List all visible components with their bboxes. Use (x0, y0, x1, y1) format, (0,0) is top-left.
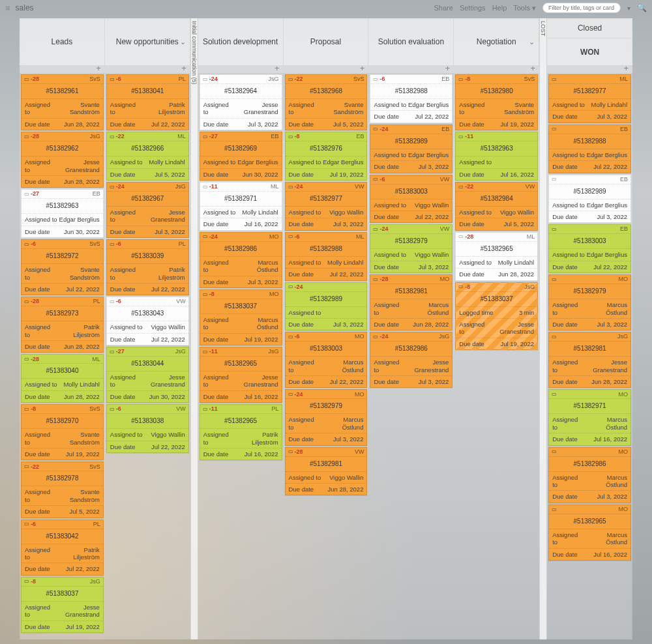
card-id: #51383043 (107, 306, 188, 321)
card[interactable]: ▭-8JsG#51383037Assigned toJesse Granestr… (21, 577, 104, 633)
card[interactable]: ▭ML#51382977Assigned toMolly LindahlDue … (548, 74, 631, 123)
card[interactable]: ▭-24EB#51382989Assigned toEdgar Berglius… (370, 124, 452, 173)
card[interactable]: ▭EB#51382989Assigned toEdgar BergliusDue… (548, 175, 631, 224)
card[interactable]: ▭-28ML#51382965Assigned toMolly LindahlD… (455, 232, 538, 281)
card[interactable]: ▭-6PL#51383039Assigned toPatrik Liljestr… (106, 239, 189, 295)
card[interactable]: ▭-8EB#51382976Assigned toEdgar BergliusD… (285, 132, 368, 181)
card-assigned: Assigned toJesse Granestrand (22, 156, 103, 176)
card[interactable]: ▭-27EB#51382969Assigned toEdgar Berglius… (200, 132, 282, 181)
card[interactable]: ▭-24MO#51382979Assigned toMarcus Östlund… (285, 389, 368, 445)
card[interactable]: ▭-6MO#51383003Assigned toMarcus ÖstlundD… (285, 332, 368, 388)
days-overdue: -24 (379, 226, 388, 233)
card-id: #51382986 (200, 242, 282, 257)
column-header[interactable]: Leads (20, 18, 105, 65)
card[interactable]: ▭-22SvS#51382978Assigned toSvante Sandst… (21, 461, 104, 518)
card[interactable]: ▭-11#51382963Assigned toDue dateJul 16, … (455, 132, 538, 181)
column-header-closed[interactable]: Closed (547, 18, 632, 38)
add-card-button[interactable]: + (547, 65, 632, 73)
card[interactable]: ▭-22ML#51382966Assigned toMolly LindahlD… (106, 132, 189, 181)
card[interactable]: ▭-6ML#51382988Assigned toMolly LindahlDu… (285, 232, 368, 281)
card[interactable]: ▭-6VW#51383003Assigned toViggo WallinDue… (370, 175, 452, 224)
card-id: #51382971 (200, 192, 282, 207)
column-header[interactable]: Solution development (198, 18, 284, 65)
card-due: Due dateJul 19, 2022 (22, 448, 103, 460)
card[interactable]: ▭-27EB#51382963Assigned toEdgar Berglius… (21, 189, 104, 238)
card[interactable]: ▭-6PL#51383042Assigned toPatrik Liljestr… (21, 520, 104, 576)
chevron-down-icon[interactable]: ⌄ (529, 38, 535, 46)
menu-icon[interactable]: ≡ (5, 3, 10, 13)
calendar-icon: ▭ (203, 134, 208, 140)
card[interactable]: ▭-8SvS#51382980Assigned toSvante Sandstr… (455, 74, 538, 130)
card[interactable]: ▭-28SvS#51382961Assigned toSvante Sandst… (21, 74, 104, 130)
filter-input[interactable] (547, 4, 616, 12)
filter-icon[interactable]: ▾ (627, 5, 630, 12)
assignee-initials: MO (355, 391, 364, 398)
card[interactable]: ▭-6VW#51383038Assigned toViggo WallinDue… (106, 404, 189, 453)
card[interactable]: ▭JsG#51382981Assigned toJesse Granestran… (548, 332, 631, 388)
swimlane-initial[interactable]: Initial communication (5) (190, 18, 198, 639)
column-header-won[interactable]: WON (547, 38, 632, 65)
card-id: #51382979 (286, 399, 367, 414)
card[interactable]: ▭-11JsG#51382965Assigned toJesse Granest… (200, 347, 282, 403)
card-due: Due dateJun 28, 2022 (286, 484, 367, 495)
days-overdue: -8 (465, 284, 470, 291)
card[interactable]: ▭-6VW#51383043Assigned toViggo WallinDue… (106, 297, 189, 345)
assignee-initials: ML (92, 356, 100, 363)
card[interactable]: ▭MO#51382979Assigned toMarcus ÖstlundDue… (548, 274, 631, 330)
card-due: Due dateJul 19, 2022 (286, 169, 367, 180)
card[interactable]: ▭-28JsG#51382962Assigned toJesse Granest… (21, 132, 104, 188)
card-assigned: Assigned toMarcus Östlund (200, 314, 282, 334)
tools-link[interactable]: Tools ▾ (513, 4, 536, 12)
card[interactable]: ▭-28MO#51382981Assigned toMarcus Östlund… (370, 274, 452, 330)
add-card-button[interactable]: + (198, 65, 284, 73)
card[interactable]: ▭-28ML#51383040Assigned toMolly LindahlD… (21, 354, 104, 403)
column-header[interactable]: Solution evaluation (368, 18, 454, 65)
card[interactable]: ▭-8SvS#51382970Assigned toSvante Sandstr… (21, 404, 104, 460)
card[interactable]: ▭-24JsG#51382986Assigned toJesse Granest… (370, 332, 452, 388)
settings-link[interactable]: Settings (460, 4, 486, 12)
card[interactable]: ▭EB#51382988Assigned toEdgar BergliusDue… (548, 124, 631, 173)
card[interactable]: ▭-24MO#51382986Assigned toMarcus Östlund… (200, 232, 282, 288)
card[interactable]: ▭-24JsG#51382964Assigned toJesse Granest… (200, 74, 282, 130)
card[interactable]: ▭MO#51382971Assigned toMarcus ÖstlundDue… (548, 389, 631, 445)
help-link[interactable]: Help (492, 4, 507, 12)
card[interactable]: ▭-28VW#51382981Assigned toViggo WallinDu… (285, 447, 368, 496)
search-icon[interactable]: 🔍 (637, 3, 647, 12)
column-header[interactable]: New opportunities⌄ (105, 18, 190, 65)
calendar-icon: ▭ (458, 233, 464, 240)
column-header[interactable]: Proposal (284, 18, 369, 65)
column-header[interactable]: Negotiation⌄ (454, 18, 539, 65)
add-card-button[interactable]: + (105, 65, 190, 73)
card[interactable]: ▭-28PL#51382973Assigned toPatrik Liljest… (21, 297, 104, 353)
add-card-button[interactable]: + (20, 65, 105, 73)
card[interactable]: ▭-22VW#51382984Assigned toViggo WallinDu… (455, 182, 538, 231)
card[interactable]: ▭-8MO#51383037Assigned toMarcus ÖstlundD… (200, 289, 282, 345)
add-card-button[interactable]: + (284, 65, 369, 73)
card[interactable]: ▭MO#51382986Assigned toMarcus ÖstlundDue… (548, 447, 631, 503)
swimlane-lost[interactable]: LOST (539, 18, 547, 639)
add-card-button[interactable]: + (454, 65, 539, 73)
filter-field[interactable] (542, 3, 621, 13)
card[interactable]: ▭-24JsG#51382967Assigned toJesse Granest… (106, 182, 189, 238)
card[interactable]: ▭-24VW#51382977Assigned toViggo WallinDu… (285, 182, 368, 231)
add-card-button[interactable]: + (368, 65, 454, 73)
chevron-down-icon[interactable]: ⌄ (180, 38, 186, 46)
card[interactable]: ▭EB#51383003Assigned toEdgar BergliusDue… (548, 224, 631, 273)
card[interactable]: ▭-24#51382989Assigned toDue dateJul 3, 2… (285, 282, 368, 331)
days-overdue: -28 (31, 133, 39, 140)
card[interactable]: ▭-11ML#51382971Assigned toMolly LindahlD… (200, 182, 282, 231)
card[interactable]: ▭-11PL#51382965Assigned toPatrik Liljest… (200, 404, 282, 460)
card[interactable]: ▭-6EB#51382988Assigned toEdgar BergliusD… (370, 74, 452, 123)
card[interactable]: ▭-24VW#51382979Assigned toViggo WallinDu… (370, 224, 452, 273)
card-id: #51382972 (22, 249, 103, 264)
card[interactable]: ▭-22SvS#51382968Assigned toSvante Sandst… (285, 74, 368, 130)
card[interactable]: ▭-6PL#51383041Assigned toPatrik Liljestr… (106, 74, 189, 130)
card[interactable]: ▭MO#51382965Assigned toMarcus ÖstlundDue… (548, 505, 631, 561)
card[interactable]: ▭-27JsG#51383044Assigned toJesse Granest… (106, 347, 189, 403)
card[interactable]: ▭-6SvS#51382972Assigned toSvante Sandstr… (21, 239, 104, 295)
card[interactable]: ▭-8JsG#51383037Logged time3 minAssigned … (455, 282, 538, 351)
card-id: #51382988 (549, 134, 630, 149)
share-link[interactable]: Share (434, 4, 453, 12)
card-id: #51382965 (549, 514, 630, 529)
card-id: #51383044 (107, 357, 188, 372)
